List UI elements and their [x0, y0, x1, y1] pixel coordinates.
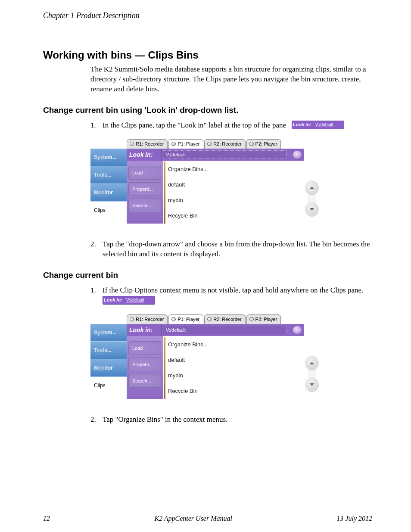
step-number: 1.	[90, 285, 103, 306]
step-text: Tap the "drop-down arrow" and choose a b…	[103, 240, 370, 258]
vertical-scrollbar	[305, 356, 320, 392]
list-accent-strip	[164, 337, 165, 399]
list-item-mybin[interactable]: mybin	[165, 193, 304, 208]
channel-tabs: R1: Recorder P1: Player R2: Recorder P2:…	[127, 139, 304, 149]
scroll-up-button[interactable]	[305, 356, 319, 370]
chevron-down-icon	[310, 383, 314, 386]
list-item-default[interactable]: default	[165, 177, 304, 193]
tab-p2-player[interactable]: P2: Player	[246, 139, 281, 149]
tab-r1-recorder[interactable]: R1: Recorder	[127, 314, 168, 324]
step-2-b: 2. Tap "Organize Bins" in the context me…	[90, 414, 372, 425]
intro-paragraph: The K2 Summit/Solo media database suppor…	[90, 65, 372, 94]
doc-date: 13 July 2012	[336, 515, 372, 523]
scroll-down-button[interactable]	[305, 377, 319, 392]
list-item-recycle-bin[interactable]: Recycle Bin	[165, 383, 304, 399]
status-led-icon	[249, 317, 254, 321]
left-nav: System... Tools... Monitor Clips	[90, 149, 127, 224]
lookin-bar: Look in: V:/default	[127, 324, 304, 336]
step-1-b: 1. If the Clip Options context menu is n…	[90, 285, 372, 306]
lookin-path-input[interactable]: V:/default	[163, 150, 287, 159]
step-number: 2.	[90, 414, 103, 425]
screenshot-clips-pane-2: R1: Recorder P1: Player R2: Recorder P2:…	[90, 314, 304, 399]
step-2: 2. Tap the "drop-down arrow" and choose …	[90, 239, 372, 260]
tab-r2-recorder[interactable]: R2: Recorder	[204, 314, 245, 324]
load-button[interactable]: Load	[128, 166, 161, 180]
chevron-down-icon	[296, 153, 299, 156]
chevron-down-icon	[296, 329, 299, 331]
step-1: 1. In the Clips pane, tap the "Look in" …	[90, 120, 372, 131]
tab-r1-recorder[interactable]: R1: Recorder	[127, 139, 168, 149]
sidebar-item-clips[interactable]: Clips	[90, 377, 127, 395]
step-number: 1.	[90, 120, 103, 131]
tab-p1-player[interactable]: P1: Player	[168, 314, 203, 324]
sidebar-item-system[interactable]: System...	[90, 149, 127, 166]
properties-button[interactable]: Properti...	[128, 182, 161, 196]
sidebar-item-tools[interactable]: Tools...	[90, 342, 127, 359]
list-accent-strip	[164, 162, 165, 224]
lookin-bar: Look in: V:/default	[127, 149, 304, 161]
chevron-up-icon	[310, 187, 314, 189]
lookin-label[interactable]: Look in:	[127, 324, 162, 336]
sidebar-item-monitor[interactable]: Monitor	[90, 359, 127, 377]
header-left: Chapter 1 Product Description	[43, 11, 140, 20]
sidebar-item-clips[interactable]: Clips	[90, 202, 127, 219]
scroll-down-button[interactable]	[305, 202, 319, 217]
lookin-path-input[interactable]: V:/default	[163, 326, 287, 334]
chevron-down-icon	[310, 208, 314, 211]
lookin-label[interactable]: Look in:	[127, 149, 162, 161]
list-item-organize-bins[interactable]: Organize Bins...	[165, 337, 304, 352]
left-nav: System... Tools... Monitor Clips	[90, 324, 127, 399]
page-number: 12	[43, 515, 50, 523]
scroll-up-button[interactable]	[305, 180, 319, 195]
tab-p2-player[interactable]: P2: Player	[246, 314, 281, 324]
tab-p1-player[interactable]: P1: Player	[168, 139, 203, 149]
screenshot-clips-pane: R1: Recorder P1: Player R2: Recorder P2:…	[90, 139, 304, 224]
sidebar-item-monitor[interactable]: Monitor	[90, 184, 127, 202]
section-change-current-bin-title: Change current bin	[43, 271, 372, 280]
lookin-dropdown-button[interactable]	[293, 151, 302, 159]
step-text: Tap "Organize Bins" in the context menus…	[103, 415, 227, 423]
status-led-icon	[207, 142, 212, 146]
bin-list: Organize Bins... default mybin Recycle B…	[164, 162, 304, 224]
search-button[interactable]: Search...	[128, 199, 161, 212]
page-header: Chapter 1 Product Description	[43, 11, 372, 23]
step-number: 2.	[90, 239, 103, 260]
inline-lookin-preview: Look in: V:/default	[103, 296, 155, 305]
section-change-bin-lookin-title: Change current bin using 'Look in' drop-…	[43, 106, 372, 115]
page-title: Working with bins — Clips Bins	[43, 49, 372, 61]
list-item-default[interactable]: default	[165, 352, 304, 368]
vertical-scrollbar	[305, 180, 320, 217]
list-item-recycle-bin[interactable]: Recycle Bin	[165, 208, 304, 224]
status-led-icon	[207, 317, 212, 321]
status-led-icon	[249, 142, 254, 146]
status-led-icon	[171, 142, 176, 146]
doc-title: K2 AppCenter User Manual	[154, 515, 232, 523]
tab-r2-recorder[interactable]: R2: Recorder	[204, 139, 245, 149]
chevron-up-icon	[310, 362, 314, 364]
sidebar-item-system[interactable]: System...	[90, 324, 127, 342]
properties-button[interactable]: Properti...	[128, 358, 161, 371]
status-led-icon	[171, 317, 176, 321]
status-led-icon	[130, 317, 134, 321]
step-text: In the Clips pane, tap the "Look in" lab…	[103, 121, 286, 129]
inline-lookin-preview: Look in: V:/default	[292, 121, 344, 129]
search-button[interactable]: Search...	[128, 374, 161, 388]
status-led-icon	[130, 142, 134, 146]
page-footer: 12 K2 AppCenter User Manual 13 July 2012	[43, 515, 372, 523]
sidebar-item-tools[interactable]: Tools...	[90, 166, 127, 184]
step-text: If the Clip Options context menu is not …	[103, 286, 363, 294]
load-button[interactable]: Load	[128, 341, 161, 355]
lookin-dropdown-button[interactable]	[293, 326, 302, 334]
list-item-organize-bins[interactable]: Organize Bins...	[165, 162, 304, 177]
channel-tabs: R1: Recorder P1: Player R2: Recorder P2:…	[127, 314, 304, 324]
bin-list: Organize Bins... default mybin Recycle B…	[164, 337, 304, 399]
list-item-mybin[interactable]: mybin	[165, 368, 304, 383]
